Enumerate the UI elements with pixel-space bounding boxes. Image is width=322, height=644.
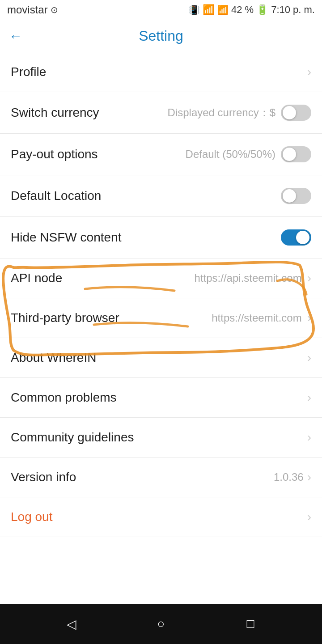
profile-label: Profile	[11, 65, 46, 79]
api-node-label: API node	[11, 271, 62, 285]
setting-item-default-location[interactable]: Default Location	[0, 175, 322, 217]
default-location-knob	[283, 189, 296, 203]
nav-recent-icon: □	[247, 617, 254, 631]
setting-item-api-node[interactable]: API node https://api.steemit.com ›	[0, 258, 322, 298]
hide-nsfw-label: Hide NSFW content	[11, 230, 121, 245]
setting-item-logout[interactable]: Log out ›	[0, 497, 322, 537]
status-bar: movistar ⊙ 📳 📶 📶 42 % 🔋 7:10 p. m.	[0, 0, 322, 20]
default-location-right	[281, 188, 311, 204]
profile-chevron: ›	[307, 65, 311, 79]
version-info-right: 1.0.36 ›	[274, 470, 311, 484]
hide-nsfw-right	[281, 229, 311, 246]
nav-back-button[interactable]: ◁	[60, 613, 83, 635]
payout-toggle[interactable]	[281, 146, 311, 162]
switch-currency-label: Switch currency	[11, 106, 99, 120]
version-info-chevron: ›	[307, 470, 311, 484]
annotated-section: API node https://api.steemit.com › Third…	[0, 258, 322, 338]
switch-currency-right: Displayed currency：$	[168, 105, 311, 121]
setting-item-profile[interactable]: Profile ›	[0, 52, 322, 92]
hide-nsfw-knob	[296, 231, 309, 244]
payout-right: Default (50%/50%)	[186, 146, 311, 162]
nav-back-icon: ◁	[67, 617, 76, 631]
back-icon: ←	[9, 29, 22, 44]
setting-item-community-guidelines[interactable]: Community guidelines ›	[0, 418, 322, 458]
api-node-chevron: ›	[307, 271, 311, 285]
setting-item-switch-currency[interactable]: Switch currency Displayed currency：$	[0, 92, 322, 134]
settings-list: Profile › Switch currency Displayed curr…	[0, 52, 322, 604]
hide-nsfw-toggle[interactable]	[281, 229, 311, 246]
default-location-toggle[interactable]	[281, 188, 311, 204]
header: ← Setting	[0, 20, 322, 52]
default-location-label: Default Location	[11, 189, 101, 203]
battery-icon: 🔋	[256, 4, 268, 16]
community-guidelines-label: Community guidelines	[11, 430, 134, 445]
vibrate-icon: 📳	[189, 4, 200, 15]
setting-item-version-info[interactable]: Version info 1.0.36 ›	[0, 458, 322, 497]
carrier-text: movistar	[7, 4, 48, 16]
third-party-browser-label: Third-party browser	[11, 311, 119, 325]
nav-recent-button[interactable]: □	[239, 613, 262, 635]
bottom-nav: ◁ ○ □	[0, 604, 322, 644]
common-problems-right: ›	[307, 390, 311, 405]
signal-icon: 📶	[217, 4, 229, 15]
page-title: Setting	[139, 28, 183, 44]
setting-item-payout[interactable]: Pay-out options Default (50%/50%)	[0, 134, 322, 175]
version-number: 1.0.36	[274, 471, 304, 483]
community-guidelines-right: ›	[307, 430, 311, 445]
common-problems-chevron: ›	[307, 390, 311, 405]
logout-label: Log out	[11, 510, 52, 524]
switch-currency-knob	[283, 106, 296, 119]
whatsapp-icon: ⊙	[51, 4, 58, 15]
community-guidelines-chevron: ›	[307, 430, 311, 445]
third-party-browser-chevron: ›	[307, 311, 311, 325]
about-wherein-right: ›	[307, 351, 311, 365]
payout-knob	[283, 148, 296, 161]
setting-item-about-wherein[interactable]: About WhereIN ›	[0, 338, 322, 378]
wifi-icon: 📶	[203, 4, 215, 16]
status-carrier: movistar ⊙	[7, 4, 58, 16]
status-right: 📳 📶 📶 42 % 🔋 7:10 p. m.	[189, 4, 315, 16]
battery-text: 42 %	[231, 4, 254, 16]
nav-home-button[interactable]: ○	[150, 613, 172, 635]
back-button[interactable]: ←	[9, 29, 22, 44]
setting-item-common-problems[interactable]: Common problems ›	[0, 378, 322, 418]
version-info-label: Version info	[11, 470, 76, 484]
api-node-value: https://api.steemit.com	[195, 272, 302, 284]
payout-value: Default (50%/50%)	[186, 148, 275, 161]
payout-label: Pay-out options	[11, 147, 98, 161]
third-party-browser-value: https://steemit.com	[212, 312, 301, 324]
common-problems-label: Common problems	[11, 390, 117, 405]
profile-right: ›	[307, 65, 311, 79]
about-wherein-chevron: ›	[307, 351, 311, 365]
third-party-browser-right: https://steemit.com ›	[212, 311, 311, 325]
switch-currency-value: Displayed currency：$	[168, 106, 275, 120]
about-wherein-label: About WhereIN	[11, 351, 96, 365]
setting-item-third-party-browser[interactable]: Third-party browser https://steemit.com …	[0, 298, 322, 338]
api-node-right: https://api.steemit.com ›	[195, 271, 311, 285]
nav-home-icon: ○	[157, 617, 165, 631]
logout-chevron: ›	[307, 510, 311, 524]
switch-currency-toggle[interactable]	[281, 105, 311, 121]
logout-right: ›	[307, 510, 311, 524]
time-text: 7:10 p. m.	[271, 4, 315, 16]
setting-item-hide-nsfw[interactable]: Hide NSFW content	[0, 217, 322, 258]
